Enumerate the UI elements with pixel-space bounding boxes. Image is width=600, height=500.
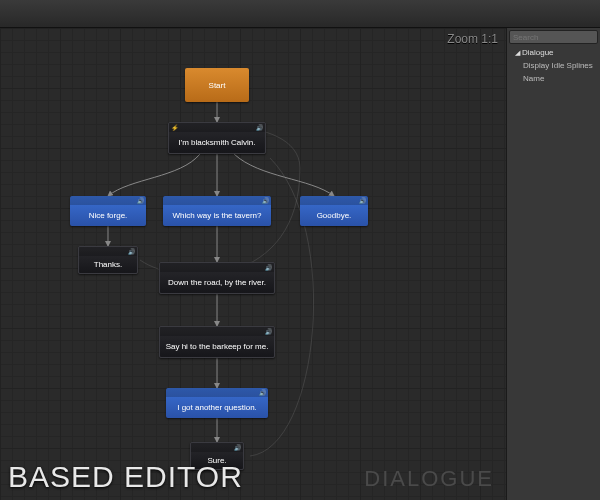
node-label: Which way is the tavern? <box>163 205 271 226</box>
node-label: Thanks. <box>79 256 137 273</box>
speaker-icon: 🔊 <box>265 328 272 335</box>
node-choice-another-question[interactable]: 🔊 I got another question. <box>166 388 268 418</box>
node-start[interactable]: Start <box>185 68 249 102</box>
lightning-icon: ⚡ <box>171 124 178 131</box>
node-choice-goodbye[interactable]: 🔊 Goodbye. <box>300 196 368 226</box>
node-label: Down the road, by the river. <box>160 272 274 293</box>
speaker-icon: 🔊 <box>259 389 266 396</box>
watermark-subtitle: DIALOGUE <box>364 466 494 492</box>
tree-item-child[interactable]: Name <box>507 72 600 85</box>
tree-item-dialogue[interactable]: Dialogue <box>507 46 600 59</box>
node-npc-directions[interactable]: 🔊 Down the road, by the river. <box>159 262 275 294</box>
node-label: I got another question. <box>166 397 268 418</box>
speaker-icon: 🔊 <box>137 197 144 204</box>
speaker-icon: 🔊 <box>262 197 269 204</box>
node-choice-nice-forge[interactable]: 🔊 Nice forge. <box>70 196 146 226</box>
node-npc-barkeep[interactable]: 🔊 Say hi to the barkeep for me. <box>159 326 275 358</box>
search-input[interactable] <box>509 30 598 44</box>
node-label: Start <box>185 68 249 102</box>
speaker-icon: 🔊 <box>234 444 241 451</box>
graph-canvas[interactable]: Zoom 1:1 <box>0 28 506 500</box>
toolbar <box>0 0 600 28</box>
node-npc-intro[interactable]: ⚡ 🔊 I'm blacksmith Calvin. <box>168 122 266 154</box>
watermark-title: BASED EDITOR <box>8 460 243 494</box>
zoom-label: Zoom 1:1 <box>447 32 498 46</box>
node-npc-thanks[interactable]: 🔊 Thanks. <box>78 246 138 274</box>
speaker-icon: 🔊 <box>265 264 272 271</box>
tree-item-child[interactable]: Display Idle Splines <box>507 59 600 72</box>
node-choice-tavern[interactable]: 🔊 Which way is the tavern? <box>163 196 271 226</box>
speaker-icon: 🔊 <box>128 248 135 255</box>
node-label: Say hi to the barkeep for me. <box>160 336 274 357</box>
speaker-icon: 🔊 <box>359 197 366 204</box>
node-label: Goodbye. <box>300 205 368 226</box>
inspector-panel: Dialogue Display Idle Splines Name <box>506 28 600 500</box>
node-label: I'm blacksmith Calvin. <box>169 132 265 153</box>
main-area: Zoom 1:1 <box>0 28 600 500</box>
node-label: Nice forge. <box>70 205 146 226</box>
speaker-icon: 🔊 <box>256 124 263 131</box>
